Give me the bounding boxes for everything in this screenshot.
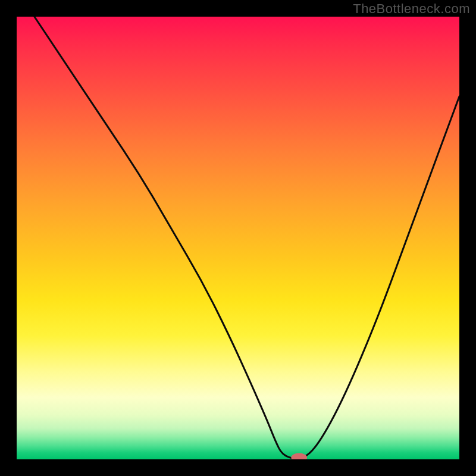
plot-area (17, 17, 459, 459)
curve-svg (17, 17, 459, 459)
watermark-text: TheBottleneck.com (353, 1, 470, 17)
bottleneck-curve (35, 17, 459, 459)
chart-frame: TheBottleneck.com (0, 0, 476, 476)
optimal-marker (291, 453, 307, 459)
